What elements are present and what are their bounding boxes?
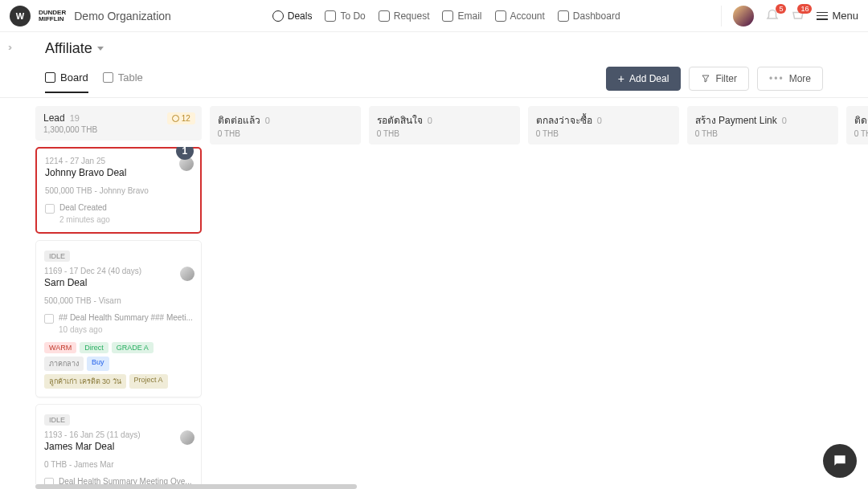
clock-icon (172, 115, 179, 122)
column-subtotal: 0 THB (377, 129, 512, 138)
pipeline-name: Affiliate (45, 40, 92, 57)
activity-text: ## Deal Health Summary ### Meeti... (59, 313, 193, 322)
header-left: W DUNDER MIFFLIN Demo Organization (10, 6, 171, 26)
menu-label: Menu (832, 10, 858, 22)
app-logo-icon[interactable]: W (10, 6, 31, 26)
column-stage: ตกลงว่าจะซื้อ0 0 THB (528, 106, 679, 484)
column-header[interactable]: Lead 19 1,300,000 THB 12 (35, 106, 202, 141)
filter-label: Filter (715, 73, 737, 84)
nav-email[interactable]: Email (442, 10, 481, 22)
owner-avatar (180, 430, 194, 445)
expand-sidebar-icon[interactable]: ›› (8, 42, 10, 53)
tab-board[interactable]: Board (45, 71, 88, 93)
menu-button[interactable]: Menu (817, 10, 858, 22)
deal-card[interactable]: IDLE 1193 - 16 Jan 25 (11 days) James Ma… (35, 404, 202, 484)
nav-label: Dashboard (573, 10, 620, 22)
dots-icon: ••• (769, 73, 784, 84)
account-icon (495, 10, 506, 22)
column-count: 0 (597, 116, 602, 125)
more-button[interactable]: ••• More (757, 67, 823, 91)
notification-cart[interactable]: 16 (791, 9, 805, 23)
column-name: ติดตามให้ชำระเงิน (854, 112, 868, 128)
pipeline-selector[interactable]: Affiliate (45, 40, 823, 57)
column-stage: ติดต่อแล้ว0 0 THB (210, 106, 361, 484)
card-activity: Deal Health Summary Meeting Ove... (44, 477, 193, 484)
card-title: James Mar Deal (44, 441, 193, 452)
column-header[interactable]: ติดต่อแล้ว0 0 THB (210, 106, 361, 145)
deal-card[interactable]: 1 1214 - 27 Jan 25 Johnny Bravo Deal 500… (35, 147, 202, 234)
board-icon (45, 72, 55, 83)
nav-label: Request (394, 10, 430, 22)
todo-icon (325, 10, 336, 22)
card-subtitle: 0 THB - James Mar (44, 460, 193, 469)
column-count: 0 (428, 116, 432, 125)
column-stage: สร้าง Payment Link0 0 THB (687, 106, 838, 484)
card-subtitle: 500,000 THB - Johnny Bravo (45, 186, 192, 195)
column-count: 19 (70, 113, 80, 123)
activity-time: 10 days ago (59, 325, 193, 334)
nav-dashboard[interactable]: Dashboard (558, 10, 620, 22)
nav-label: To Do (340, 10, 365, 22)
column-count: 0 (782, 116, 787, 125)
user-avatar[interactable] (733, 6, 754, 26)
column-header[interactable]: สร้าง Payment Link0 0 THB (687, 106, 838, 145)
chat-fab[interactable] (823, 444, 857, 478)
column-lead: Lead 19 1,300,000 THB 12 1 1214 - 27 Jan… (35, 106, 202, 484)
hamburger-icon (817, 12, 828, 20)
tag: ลูกค้าเก่า เครดิต 30 วัน (44, 374, 126, 389)
activity-text: Deal Created (59, 203, 192, 212)
badge-count: 12 (182, 114, 190, 123)
nav-deals[interactable]: Deals (272, 10, 313, 22)
org-name[interactable]: Demo Organization (74, 10, 171, 22)
card-tags: WARM Direct GRADE A ภาคกลาง Buy ลูกค้าเก… (44, 342, 193, 389)
tab-label: Table (118, 71, 143, 84)
column-subtotal: 1,300,000 THB (43, 125, 194, 134)
nav-todo[interactable]: To Do (325, 10, 365, 22)
tag: Buy (87, 357, 109, 371)
nav-label: Email (457, 10, 481, 22)
tab-table[interactable]: Table (103, 71, 143, 93)
brand-logo: DUNDER MIFFLIN (39, 10, 66, 22)
column-name: รอตัดสินใจ (377, 112, 423, 128)
column-stage: รอตัดสินใจ0 0 THB (369, 106, 520, 484)
column-name: ติดต่อแล้ว (218, 112, 260, 128)
notif-badge: 16 (797, 4, 812, 14)
card-title: Johnny Bravo Deal (45, 167, 192, 178)
horizontal-scrollbar[interactable] (35, 484, 357, 489)
table-icon (103, 72, 113, 83)
filter-icon (701, 74, 710, 84)
activity-icon (44, 314, 54, 324)
notification-bell[interactable]: 5 (765, 9, 780, 23)
owner-avatar (180, 267, 194, 281)
activity-icon (45, 204, 55, 214)
more-label: More (789, 73, 811, 84)
add-deal-button[interactable]: + Add Deal (606, 67, 682, 91)
tabs-row: Board Table + Add Deal Filter ••• More (45, 67, 823, 97)
column-header[interactable]: ติดตามให้ชำระเงิน0 0 THB (846, 106, 868, 145)
column-stage: ติดตามให้ชำระเงิน0 0 THB (846, 106, 868, 484)
request-icon (379, 10, 390, 22)
card-subtitle: 500,000 THB - Visarn (44, 296, 193, 305)
view-tabs: Board Table (45, 71, 143, 93)
card-activity: Deal Created (45, 203, 192, 214)
top-header: W DUNDER MIFFLIN Demo Organization Deals… (0, 0, 868, 32)
nav-label: Account (510, 10, 545, 22)
column-subtotal: 0 THB (218, 129, 353, 138)
filter-button[interactable]: Filter (689, 67, 749, 91)
column-name: Lead (43, 112, 65, 124)
kanban-board: Lead 19 1,300,000 THB 12 1 1214 - 27 Jan… (0, 98, 868, 489)
activity-icon (44, 478, 54, 484)
column-header[interactable]: รอตัดสินใจ0 0 THB (369, 106, 520, 145)
tag: Project A (129, 374, 168, 389)
nav-account[interactable]: Account (495, 10, 545, 22)
column-subtotal: 0 THB (695, 129, 830, 138)
idle-tag: IDLE (44, 251, 70, 262)
card-meta: 1214 - 27 Jan 25 (45, 157, 192, 165)
header-right: 5 16 Menu (721, 6, 858, 26)
activity-text: Deal Health Summary Meeting Ove... (59, 477, 193, 484)
column-header[interactable]: ตกลงว่าจะซื้อ0 0 THB (528, 106, 679, 145)
deal-card[interactable]: IDLE 1169 - 17 Dec 24 (40 days) Sarn Dea… (35, 240, 202, 397)
nav-request[interactable]: Request (379, 10, 430, 22)
card-activity: ## Deal Health Summary ### Meeti... (44, 313, 193, 324)
subheader: ›› Affiliate Board Table + Add Deal Filt… (0, 32, 868, 98)
